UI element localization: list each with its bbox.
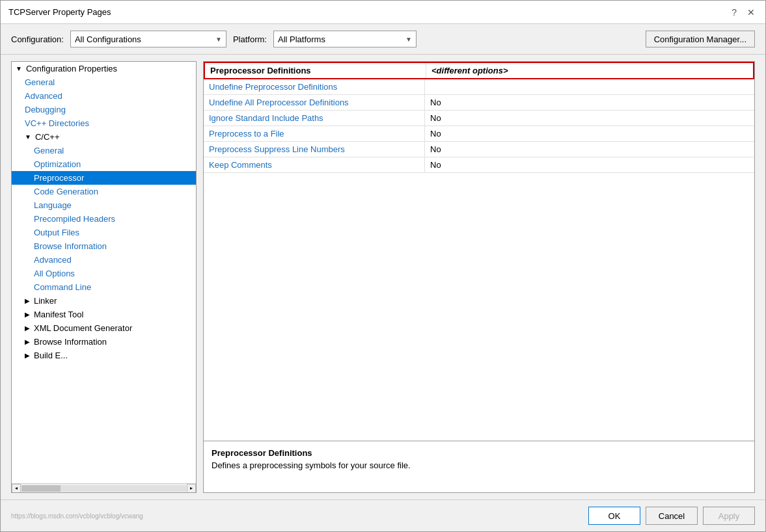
platform-dropdown[interactable]: All Platforms ▼ bbox=[273, 31, 417, 47]
tree-item-vc-dirs[interactable]: VC++ Directories bbox=[12, 116, 196, 130]
config-bar: Configuration: All Configurations ▼ Plat… bbox=[1, 24, 765, 55]
tree-item-browse-info2[interactable]: ▶Browse Information bbox=[12, 335, 196, 349]
scroll-right-btn[interactable]: ▸ bbox=[187, 484, 196, 493]
platform-dropdown-arrow: ▼ bbox=[405, 36, 412, 43]
tree-expand-icon: ▼ bbox=[25, 133, 31, 140]
tree-item-preprocessor[interactable]: Preprocessor bbox=[12, 171, 196, 185]
close-button[interactable]: ✕ bbox=[745, 7, 758, 18]
tree-item-label: Linker bbox=[34, 296, 57, 306]
scroll-left-btn[interactable]: ◂ bbox=[12, 484, 21, 493]
tree-item-label: All Options bbox=[34, 269, 75, 278]
description-title: Preprocessor Definitions bbox=[212, 448, 746, 458]
title-bar: TCPServer Property Pages ? ✕ bbox=[1, 1, 765, 24]
prop-value: No bbox=[425, 111, 754, 126]
tree-scroll[interactable]: ▼Configuration PropertiesGeneralAdvanced… bbox=[12, 62, 196, 483]
tree-item-label: Output Files bbox=[34, 228, 79, 237]
main-content: ▼Configuration PropertiesGeneralAdvanced… bbox=[1, 55, 765, 499]
properties-grid: Preprocessor Definitions<different optio… bbox=[204, 62, 754, 440]
title-bar-controls: ? ✕ bbox=[729, 7, 758, 18]
tree-item-cmd-line[interactable]: Command Line bbox=[12, 280, 196, 294]
tree-item-label: Build E... bbox=[34, 351, 68, 360]
tree-item-cpp[interactable]: ▼C/C++ bbox=[12, 130, 196, 144]
tree-item-label: Precompiled Headers bbox=[34, 214, 115, 224]
tree-item-label: Browse Information bbox=[34, 241, 107, 251]
prop-row[interactable]: Undefine Preprocessor Definitions bbox=[204, 79, 754, 95]
prop-name: Preprocessor Definitions bbox=[205, 63, 426, 78]
tree-expand-icon: ▶ bbox=[25, 297, 30, 304]
tree-item-cpp-general[interactable]: General bbox=[12, 144, 196, 157]
tree-item-label: Command Line bbox=[34, 282, 91, 292]
prop-value: No bbox=[425, 95, 754, 110]
help-button[interactable]: ? bbox=[729, 7, 739, 18]
config-label: Configuration: bbox=[11, 34, 64, 44]
tree-item-output-files[interactable]: Output Files bbox=[12, 226, 196, 239]
tree-item-general[interactable]: General bbox=[12, 75, 196, 89]
tree-item-browse-info[interactable]: Browse Information bbox=[12, 239, 196, 253]
tree-item-xml-doc[interactable]: ▶XML Document Generator bbox=[12, 321, 196, 335]
scroll-thumb bbox=[21, 485, 61, 492]
tree-item-config-props[interactable]: ▼Configuration Properties bbox=[12, 62, 196, 75]
tree-expand-icon: ▶ bbox=[25, 311, 30, 318]
tree-item-label: Preprocessor bbox=[34, 173, 84, 183]
main-dialog: TCPServer Property Pages ? ✕ Configurati… bbox=[0, 0, 766, 532]
prop-name: Ignore Standard Include Paths bbox=[204, 111, 425, 126]
config-manager-button[interactable]: Configuration Manager... bbox=[646, 31, 755, 47]
platform-value: All Platforms bbox=[278, 34, 325, 44]
tree-item-debugging[interactable]: Debugging bbox=[12, 103, 196, 116]
prop-name: Undefine All Preprocessor Definitions bbox=[204, 95, 425, 110]
tree-item-label: Configuration Properties bbox=[26, 64, 117, 73]
prop-name: Undefine Preprocessor Definitions bbox=[204, 79, 425, 94]
config-dropdown-arrow: ▼ bbox=[215, 36, 222, 43]
tree-item-advanced[interactable]: Advanced bbox=[12, 89, 196, 103]
platform-label: Platform: bbox=[233, 34, 267, 44]
cancel-button[interactable]: Cancel bbox=[646, 507, 698, 525]
tree-item-label: Code Generation bbox=[34, 187, 98, 196]
scroll-track bbox=[21, 485, 186, 492]
tree-item-code-gen[interactable]: Code Generation bbox=[12, 185, 196, 198]
prop-value: No bbox=[425, 157, 754, 172]
description-panel: Preprocessor Definitions Defines a prepr… bbox=[204, 440, 754, 492]
prop-value: No bbox=[425, 142, 754, 157]
tree-item-label: XML Document Generator bbox=[34, 323, 132, 333]
prop-value bbox=[425, 79, 754, 94]
tree-item-language[interactable]: Language bbox=[12, 198, 196, 212]
tree-item-label: VC++ Directories bbox=[25, 118, 89, 128]
prop-row[interactable]: Preprocess Suppress Line NumbersNo bbox=[204, 142, 754, 157]
horizontal-scrollbar[interactable]: ◂ ▸ bbox=[12, 483, 196, 492]
tree-item-all-options[interactable]: All Options bbox=[12, 267, 196, 280]
prop-row[interactable]: Preprocess to a FileNo bbox=[204, 126, 754, 142]
tree-item-label: Language bbox=[34, 200, 72, 210]
prop-row[interactable]: Undefine All Preprocessor DefinitionsNo bbox=[204, 95, 754, 111]
tree-item-label: Advanced bbox=[25, 91, 62, 101]
prop-value: No bbox=[425, 126, 754, 141]
prop-row[interactable]: Preprocessor Definitions<different optio… bbox=[204, 62, 754, 79]
configuration-dropdown[interactable]: All Configurations ▼ bbox=[70, 31, 226, 47]
tree-item-manifest-tool[interactable]: ▶Manifest Tool bbox=[12, 308, 196, 321]
prop-name: Preprocess Suppress Line Numbers bbox=[204, 142, 425, 157]
tree-expand-icon: ▶ bbox=[25, 352, 30, 359]
tree-expand-icon: ▶ bbox=[25, 325, 30, 332]
tree-item-label: Manifest Tool bbox=[34, 310, 83, 319]
tree-item-advanced2[interactable]: Advanced bbox=[12, 253, 196, 267]
tree-expand-icon: ▼ bbox=[16, 65, 22, 72]
tree-panel: ▼Configuration PropertiesGeneralAdvanced… bbox=[11, 61, 197, 493]
watermark: https://blogs.msdn.com/vcblog/vcblog/vcw… bbox=[11, 512, 143, 520]
prop-value: <different options> bbox=[426, 63, 753, 78]
right-panel: Preprocessor Definitions<different optio… bbox=[203, 61, 755, 493]
tree-item-label: Browse Information bbox=[34, 337, 107, 347]
tree-item-label: Advanced bbox=[34, 255, 72, 265]
tree-item-label: Optimization bbox=[34, 159, 81, 169]
prop-row[interactable]: Ignore Standard Include PathsNo bbox=[204, 111, 754, 126]
prop-name: Preprocess to a File bbox=[204, 126, 425, 141]
tree-item-linker[interactable]: ▶Linker bbox=[12, 294, 196, 308]
tree-item-build-events[interactable]: ▶Build E... bbox=[12, 349, 196, 362]
apply-button[interactable]: Apply bbox=[703, 507, 755, 525]
ok-button[interactable]: OK bbox=[588, 507, 640, 525]
tree-item-label: Debugging bbox=[25, 105, 66, 114]
tree-expand-icon: ▶ bbox=[25, 338, 30, 345]
prop-row[interactable]: Keep CommentsNo bbox=[204, 157, 754, 173]
tree-item-precompiled-hdrs[interactable]: Precompiled Headers bbox=[12, 212, 196, 226]
prop-name: Keep Comments bbox=[204, 157, 425, 172]
tree-item-optimization[interactable]: Optimization bbox=[12, 157, 196, 171]
dialog-footer: https://blogs.msdn.com/vcblog/vcblog/vcw… bbox=[1, 499, 765, 531]
